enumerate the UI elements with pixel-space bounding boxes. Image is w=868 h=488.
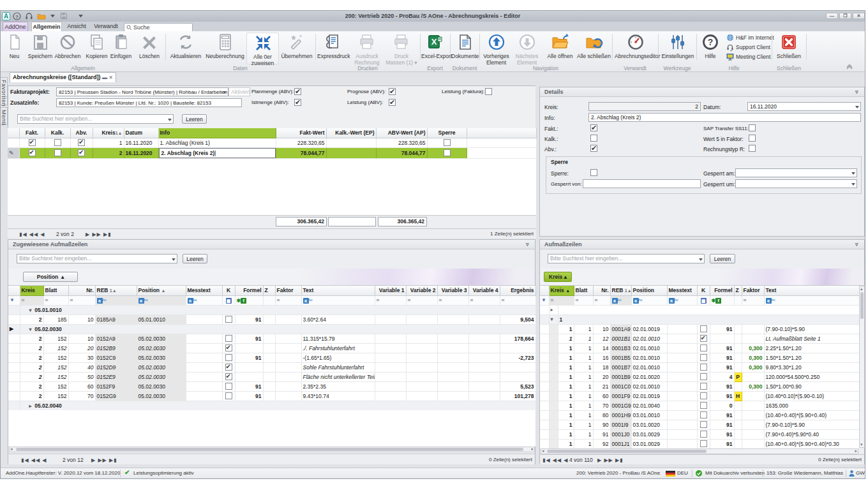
svg-text:X: X xyxy=(431,37,437,47)
svg-text:?: ? xyxy=(708,37,714,47)
